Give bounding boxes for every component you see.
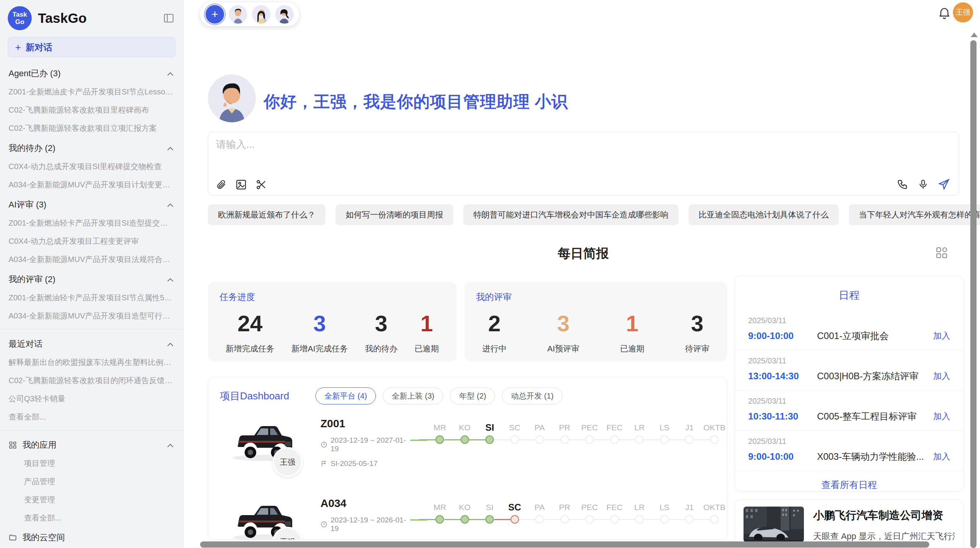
suggestion-chip[interactable]: 欧洲新规最近颁布了什么？ bbox=[208, 204, 326, 225]
stat: 3 待评审 bbox=[685, 310, 709, 354]
sidebar-app-item[interactable]: 项目管理 bbox=[0, 454, 183, 473]
stat: 24 新增完成任务 bbox=[226, 310, 274, 354]
suggestion-chip[interactable]: 比亚迪全固态电池计划具体说了什么 bbox=[689, 204, 839, 225]
milestone-step: SC bbox=[502, 422, 528, 447]
milestone-label: PA bbox=[527, 422, 552, 433]
suggestion-chip[interactable]: 如何写一份清晰的项目周报 bbox=[336, 204, 453, 225]
event-join-link[interactable]: 加入 bbox=[933, 451, 950, 462]
milestone-step: KO bbox=[452, 422, 478, 447]
user-avatar[interactable]: 王强 bbox=[953, 2, 973, 22]
view-all-schedule-link[interactable]: 查看所有日程 bbox=[735, 471, 963, 491]
sidebar-item[interactable]: C0X4-动力总成开发项目SI里程碑提交物检查 bbox=[0, 158, 183, 176]
project-row[interactable]: 王强 A034 2023-12-19 ~ 2026-01-19 SC-2025-… bbox=[208, 492, 727, 540]
dashboard-filter-tab[interactable]: 全新平台 (4) bbox=[315, 387, 376, 404]
milestone-dot bbox=[511, 435, 519, 444]
news-card[interactable]: 小鹏飞行汽车制造公司增资 天眼查 App 显示，近日广州汇天飞行汽... bbox=[735, 499, 964, 548]
sidebar-item[interactable]: A034-全新新能源MUV产品开发项目法规符合性评审 bbox=[0, 250, 183, 269]
sidebar-item[interactable]: Z001-全新燃油轻卡产品开发项目SI节点属性5D文件评审 bbox=[0, 289, 183, 307]
add-assistant-button[interactable]: + bbox=[206, 5, 224, 24]
milestone-line bbox=[569, 519, 585, 520]
milestone-track: MR KO SI SC PA PR PEC FEC LR LS J1 bbox=[410, 502, 727, 527]
sidebar-app-item[interactable]: 变更管理 bbox=[0, 491, 183, 509]
milestone-label: J1 bbox=[677, 502, 702, 513]
scissors-icon[interactable] bbox=[255, 179, 267, 190]
image-icon[interactable] bbox=[235, 179, 247, 190]
sidebar-group-recent-chats[interactable]: 最近对话 bbox=[0, 333, 183, 353]
chat-input[interactable] bbox=[216, 138, 944, 175]
dashboard-title: 项目Dashboard bbox=[220, 389, 289, 403]
horizontal-scrollbar[interactable] bbox=[200, 541, 929, 548]
event-join-link[interactable]: 加入 bbox=[933, 370, 950, 382]
sidebar-app-item[interactable]: 查看全部... bbox=[0, 509, 183, 527]
milestone-line bbox=[619, 439, 635, 440]
milestone-step: PR bbox=[552, 422, 577, 447]
sidebar-item[interactable]: C02-飞腾新能源轻客改款项目立项汇报方案 bbox=[0, 119, 183, 137]
milestone-label: LR bbox=[627, 422, 652, 433]
project-row[interactable]: 王强 Z001 2023-12-19 ~ 2027-01-19 SI-2025-… bbox=[208, 412, 727, 481]
sidebar-item[interactable]: 查看全部... bbox=[0, 408, 183, 426]
layout-grid-icon[interactable] bbox=[935, 246, 948, 260]
milestone-line bbox=[494, 519, 511, 520]
sidebar-item[interactable]: 解释最新出台的欧盟报废车法规再生塑料比例被调至15%... bbox=[0, 353, 183, 372]
stat: 2 进行中 bbox=[482, 310, 507, 354]
stat: 3 我的待办 bbox=[365, 310, 397, 354]
sidebar-item[interactable]: Z001-全新燃油皮卡产品开发项目SI节点Lesson Learn报告 bbox=[0, 83, 183, 101]
sidebar-item[interactable]: C02-飞腾新能源轻客改款项目里程碑画布 bbox=[0, 101, 183, 119]
new-chat-button[interactable]: + 新对话 bbox=[8, 37, 175, 57]
sidebar-item[interactable]: C0X4-动力总成开发项目工程变更评审 bbox=[0, 232, 183, 250]
milestone-label: SC bbox=[502, 502, 528, 513]
suggestion-chip[interactable]: 特朗普可能对进口汽车增税会对中国车企造成哪些影响 bbox=[463, 204, 678, 225]
card-title: 任务进度 bbox=[219, 291, 445, 303]
attach-icon[interactable] bbox=[216, 179, 227, 190]
assistant-avatar-2[interactable] bbox=[252, 5, 271, 24]
sidebar-item[interactable]: Z001-全新燃油轻卡产品开发项目SI造型提交物评审 bbox=[0, 214, 183, 232]
notifications-bell-icon[interactable] bbox=[938, 7, 951, 21]
event-join-link[interactable]: 加入 bbox=[933, 330, 950, 342]
phone-call-icon[interactable] bbox=[897, 178, 908, 190]
vertical-scrollbar[interactable] bbox=[970, 40, 977, 548]
milestone-label: PA bbox=[527, 502, 552, 513]
sidebar-app-item[interactable]: 产品管理 bbox=[0, 473, 183, 491]
clock-icon bbox=[320, 521, 327, 528]
sidebar-group-my-todo[interactable]: 我的待办 (2) bbox=[0, 137, 183, 158]
sidebar-item[interactable]: A034-全新新能源MUV产品开发项目造型可行性评审 bbox=[0, 307, 183, 325]
dashboard-filter-tab[interactable]: 动总开发 (1) bbox=[502, 387, 562, 404]
sidebar-collapse-icon[interactable] bbox=[163, 12, 175, 24]
project-owner-avatar: 王强 bbox=[272, 447, 303, 477]
milestone-step: FEC bbox=[602, 422, 627, 447]
sidebar-item[interactable]: C02-飞腾新能源轻客改款项目的闭环通告反馈情况 bbox=[0, 372, 183, 390]
milestone-dot bbox=[485, 515, 494, 524]
stat: 1 已逾期 bbox=[415, 310, 439, 354]
dashboard-filter-tab[interactable]: 全新上装 (3) bbox=[383, 387, 443, 404]
event-date: 2025/03/11 bbox=[748, 316, 950, 325]
divider bbox=[0, 430, 183, 430]
suggestion-chip[interactable]: 当下年轻人对汽车外观有怎样的喜好趋势 bbox=[849, 204, 980, 225]
microphone-icon[interactable] bbox=[918, 178, 929, 190]
sidebar-group-ai-review[interactable]: AI评审 (3) bbox=[0, 194, 183, 214]
milestone-step: J1 bbox=[677, 502, 702, 527]
sidebar-item[interactable]: 公司Q3轻卡销量 bbox=[0, 390, 183, 408]
send-icon[interactable] bbox=[938, 178, 950, 190]
milestone-label: OKTB bbox=[702, 422, 727, 433]
suggestion-chips: 欧洲新规最近颁布了什么？ 如何写一份清晰的项目周报 特朗普可能对进口汽车增税会对… bbox=[208, 204, 959, 225]
milestone-label: FEC bbox=[602, 502, 627, 513]
schedule-title: 日程 bbox=[735, 276, 963, 302]
assistant-avatar-3[interactable] bbox=[275, 5, 294, 24]
sidebar-group-my-apps[interactable]: 我的应用 bbox=[0, 434, 183, 454]
milestone-dot bbox=[635, 435, 644, 444]
sidebar-group-agent-done[interactable]: Agent已办 (3) bbox=[0, 63, 183, 83]
assistant-avatar-1[interactable] bbox=[229, 5, 247, 24]
sidebar-group-my-review[interactable]: 我的评审 (2) bbox=[0, 269, 183, 289]
scrollbar-up-arrow[interactable] bbox=[971, 33, 978, 37]
flag-icon bbox=[320, 460, 327, 467]
sidebar-item-cloud-space[interactable]: 我的云空间 bbox=[0, 527, 183, 548]
event-time: 10:30-11:30 bbox=[748, 411, 817, 422]
event-join-link[interactable]: 加入 bbox=[933, 411, 950, 422]
dashboard-filter-tab[interactable]: 年型 (2) bbox=[450, 387, 495, 404]
sidebar-item[interactable]: A034-全新新能源MUV产品开发项目计划变更表编写 bbox=[0, 176, 183, 194]
event-name: C001-立项审批会 bbox=[817, 330, 933, 342]
milestone-dot bbox=[560, 515, 569, 524]
my-review-card: 我的评审 2 进行中 3 AI预评审 1 已逾期 3 待评审 bbox=[464, 282, 727, 361]
divider bbox=[0, 329, 183, 329]
project-flag: SC-2025-05-17 bbox=[331, 539, 381, 540]
